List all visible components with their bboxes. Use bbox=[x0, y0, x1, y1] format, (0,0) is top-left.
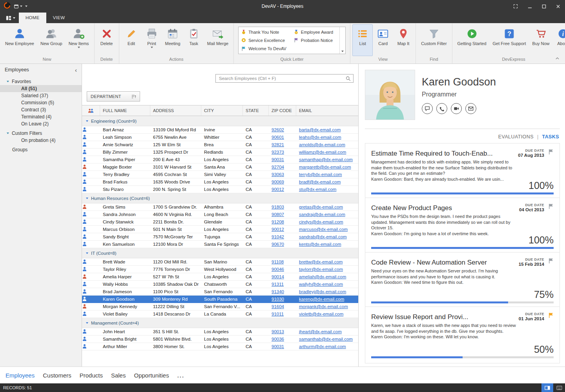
nav-item[interactable]: Sales bbox=[111, 372, 126, 379]
new-items-button[interactable]: New Items bbox=[66, 24, 92, 56]
search-employees-input[interactable] bbox=[217, 76, 346, 81]
email-link[interactable]: kareng@dx-email.com bbox=[299, 297, 344, 301]
employee-row[interactable]: Brad Jameson 1100 Pico St San Fernando C… bbox=[82, 288, 358, 296]
flag-icon[interactable] bbox=[548, 312, 554, 320]
zip-link[interactable]: 90031 bbox=[272, 157, 284, 162]
zip-link[interactable]: 90046 bbox=[272, 267, 284, 272]
email-link[interactable]: marcuso@dx-email.com bbox=[299, 227, 348, 232]
view-list-button[interactable]: List bbox=[352, 24, 373, 56]
zip-link[interactable]: 91011 bbox=[272, 312, 284, 316]
chat-button[interactable] bbox=[422, 103, 433, 114]
email-link[interactable]: morgank@dx-email.com bbox=[299, 304, 348, 309]
email-link[interactable]: arthurm@dx-email.com bbox=[299, 344, 346, 349]
mail-merge-button[interactable]: Mail Merge bbox=[204, 24, 231, 56]
task-card[interactable]: Review Issue Report and Provi... DUE DAT… bbox=[365, 307, 560, 361]
quick-letter-probation-notice[interactable]: Probation Notice bbox=[292, 36, 339, 44]
sidebar-item-favorite[interactable]: All (51) bbox=[0, 85, 82, 92]
zip-link[interactable]: 90013 bbox=[272, 329, 284, 334]
email-link[interactable]: sandraj@dx-email.com bbox=[299, 212, 345, 217]
email-link[interactable]: kents@dx-email.com bbox=[299, 242, 341, 247]
email-link[interactable]: ameliah@dx-email.com bbox=[299, 274, 346, 279]
employee-row[interactable]: Stu Pizaro 200 N. Spring St Los Angeles … bbox=[82, 186, 358, 193]
employee-row[interactable]: Samantha Bright 5801 Wilshire Blvd. Los … bbox=[82, 336, 358, 343]
employee-row[interactable]: Arnie Schwartz 125 W Elm St Brea CA 9282… bbox=[82, 141, 358, 149]
zip-link[interactable]: 91604 bbox=[272, 304, 284, 309]
nav-item[interactable]: Customers bbox=[43, 372, 71, 379]
sidebar-item-favorite[interactable]: On Leave (2) bbox=[0, 120, 82, 127]
maximize-button[interactable] bbox=[537, 0, 551, 13]
sidebar-node-groups[interactable]: Groups bbox=[0, 146, 82, 153]
minimize-button[interactable] bbox=[523, 0, 537, 13]
task-card[interactable]: Code Review - New Automation Server DUE … bbox=[365, 252, 560, 307]
employee-row[interactable]: Sandra Johnson 4600 N Virginia Rd. Long … bbox=[82, 211, 358, 218]
column-header-full-name[interactable]: FULL NAME bbox=[100, 105, 150, 116]
employee-row[interactable]: Billy Zimmer 1325 Prospect Dr Redlands C… bbox=[82, 149, 358, 156]
column-header-address[interactable]: ADDRESS bbox=[150, 105, 201, 116]
close-button[interactable] bbox=[551, 0, 565, 13]
column-header-photo[interactable] bbox=[82, 105, 100, 116]
email-link[interactable]: leahs@dx-email.com bbox=[299, 135, 341, 140]
employee-row[interactable]: Arthur Miller 3800 Homer St. Los Angeles… bbox=[82, 343, 358, 350]
email-link[interactable]: margaretb@dx-email.com bbox=[299, 165, 351, 169]
view-card-button[interactable]: Card bbox=[373, 24, 393, 56]
app-menu-button[interactable] bbox=[2, 13, 19, 23]
employee-row[interactable]: Wally Hobbs 10385 Shadow Oak Dr Chatswor… bbox=[82, 281, 358, 288]
sidebar-item-custom-filter[interactable]: On probation (4) bbox=[0, 137, 82, 144]
employee-row[interactable]: Karen Goodson 309 Monterey Rd South Pasa… bbox=[82, 296, 358, 303]
email-link[interactable]: samanthab@dx-email.com bbox=[299, 337, 353, 341]
zip-link[interactable]: 90014 bbox=[272, 274, 284, 279]
sidebar-item-favorite[interactable]: Commission (5) bbox=[0, 99, 82, 106]
group-row[interactable]: Human Resources (Count=6) bbox=[82, 193, 358, 203]
buy-now-button[interactable]: Buy Now bbox=[529, 24, 553, 56]
zip-link[interactable]: 91030 bbox=[272, 297, 284, 301]
email-link[interactable]: stu@dx-email.com bbox=[299, 187, 336, 192]
employee-row[interactable]: John Heart 351 S Hill St. Los Angeles CA… bbox=[82, 328, 358, 336]
employee-row[interactable]: Sandy Bright 7570 McGroarty Ter Tujunga … bbox=[82, 233, 358, 241]
zip-link[interactable]: 90012 bbox=[272, 187, 284, 192]
zip-link[interactable]: 91108 bbox=[272, 260, 284, 264]
quick-letter-thank-you[interactable]: Thank You Note bbox=[239, 28, 292, 36]
email-link[interactable]: arnolds@dx-email.com bbox=[299, 142, 345, 147]
group-row[interactable]: Management (Count=4) bbox=[82, 318, 358, 328]
nav-item[interactable]: Opportunities bbox=[134, 372, 169, 379]
flag-icon[interactable] bbox=[548, 258, 554, 265]
employee-row[interactable]: Greta Sims 1700 S Grandview Dr. Alhambra… bbox=[82, 203, 358, 211]
zip-link[interactable]: 90601 bbox=[272, 135, 284, 140]
zip-link[interactable]: 92602 bbox=[272, 127, 284, 132]
zip-link[interactable]: 90670 bbox=[272, 242, 284, 247]
zip-link[interactable]: 90012 bbox=[272, 227, 284, 232]
group-by-department-chip[interactable]: DEPARTMENT bbox=[87, 91, 140, 102]
employee-row[interactable]: Marcus Orbison 501 N Main St Los Angeles… bbox=[82, 226, 358, 233]
email-link[interactable]: violetb@dx-email.com bbox=[299, 312, 343, 316]
column-header-email[interactable]: EMAIL bbox=[296, 105, 358, 116]
task-card[interactable]: Create New Product Pages DUE DATE 04 Oct… bbox=[365, 198, 560, 252]
group-row[interactable]: IT (Count=8) bbox=[82, 248, 358, 258]
zip-link[interactable]: 92373 bbox=[272, 150, 284, 154]
nav-item[interactable]: Employees bbox=[5, 372, 35, 379]
meeting-button[interactable]: Meeting bbox=[162, 24, 184, 56]
email-link[interactable]: samanthap@dx-email.com bbox=[299, 157, 353, 162]
email-link[interactable]: williamz@dx-email.com bbox=[299, 150, 346, 154]
zip-link[interactable]: 91340 bbox=[272, 289, 284, 294]
employee-row[interactable]: Violet Bailey 1418 Descanso Dr La Canada… bbox=[82, 310, 358, 318]
employee-row[interactable]: Cindy Stanwick 2211 Bonita Dr. Glendale … bbox=[82, 218, 358, 226]
email-link[interactable]: taylorr@dx-email.com bbox=[299, 267, 343, 272]
column-header-city[interactable]: CITY bbox=[201, 105, 243, 116]
print-button[interactable]: Print bbox=[142, 24, 162, 56]
column-header-state[interactable]: STATE bbox=[243, 105, 269, 116]
zip-link[interactable]: 91311 bbox=[272, 282, 284, 287]
zip-link[interactable]: 90069 bbox=[272, 180, 284, 184]
employee-row[interactable]: Terry Bradley 4595 Cochran St Simi Valle… bbox=[82, 171, 358, 178]
ribbon-collapse-button[interactable] bbox=[555, 54, 560, 62]
email-link[interactable]: gretas@dx-email.com bbox=[299, 205, 343, 209]
nav-item[interactable]: Products bbox=[80, 372, 103, 379]
tab-view[interactable]: VIEW bbox=[46, 13, 72, 23]
quick-letter-employee-award[interactable]: Employee Award bbox=[292, 28, 339, 36]
view-map-button[interactable]: Map It bbox=[393, 24, 414, 56]
sidebar-collapse-button[interactable]: ‹ bbox=[75, 67, 77, 73]
sidebar-item-favorite[interactable]: Terminated (4) bbox=[0, 113, 82, 120]
email-link[interactable]: jheart@dx-email.com bbox=[299, 329, 342, 334]
employee-row[interactable]: Taylor Riley 7776 Torreyson Dr West Holl… bbox=[82, 266, 358, 273]
sidebar-item-favorite[interactable]: Salaried (37) bbox=[0, 92, 82, 99]
tab-evaluations[interactable]: EVALUATIONS bbox=[498, 134, 534, 140]
